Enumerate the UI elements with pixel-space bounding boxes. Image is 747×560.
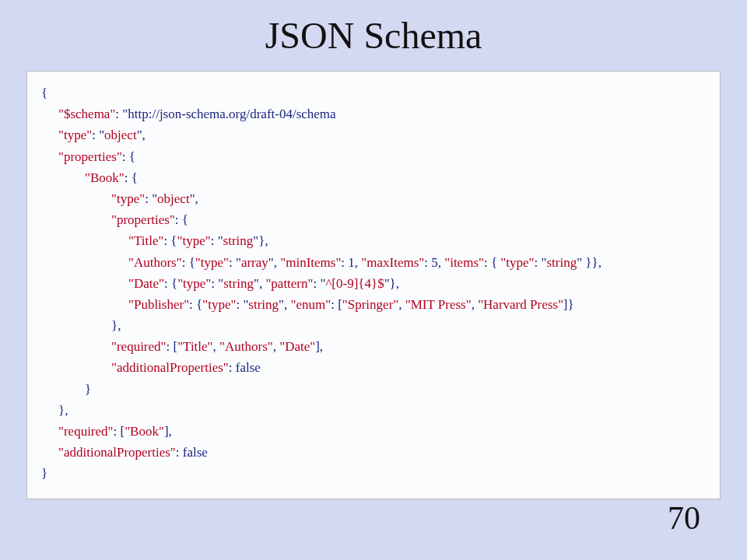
code-line: "properties": {	[41, 146, 706, 167]
slide-title: JSON Schema	[0, 14, 747, 57]
slide: JSON Schema { "$schema": "http://json-sc…	[0, 0, 747, 560]
code-line: "Book": {	[41, 167, 706, 188]
code-line: },	[41, 400, 706, 421]
code-line: "properties": {	[41, 209, 706, 230]
code-box: { "$schema": "http://json-schema.org/dra…	[26, 71, 721, 499]
code-line: "Publisher": {"type": "string", "enum": …	[41, 294, 706, 315]
code-line: }	[41, 379, 706, 400]
code-line: },	[41, 315, 706, 336]
code-line: "required": ["Book"],	[41, 421, 706, 442]
code-line: "type": "object",	[41, 188, 706, 209]
code-line: "$schema": "http://json-schema.org/draft…	[41, 103, 706, 124]
code-line: "required": ["Title", "Authors", "Date"]…	[41, 336, 706, 357]
page-number: 70	[668, 499, 700, 537]
code-line: {	[41, 82, 706, 103]
code-line: "Title": {"type": "string"},	[41, 230, 706, 251]
code-line: "Authors": {"type": "array", "minItems":…	[41, 252, 706, 273]
code-line: "Date": {"type": "string", "pattern": "^…	[41, 273, 706, 294]
code-line: "additionalProperties": false	[41, 357, 706, 378]
code-line: "additionalProperties": false	[41, 442, 706, 463]
code-line: }	[41, 463, 706, 484]
code-line: "type": "object",	[41, 124, 706, 145]
